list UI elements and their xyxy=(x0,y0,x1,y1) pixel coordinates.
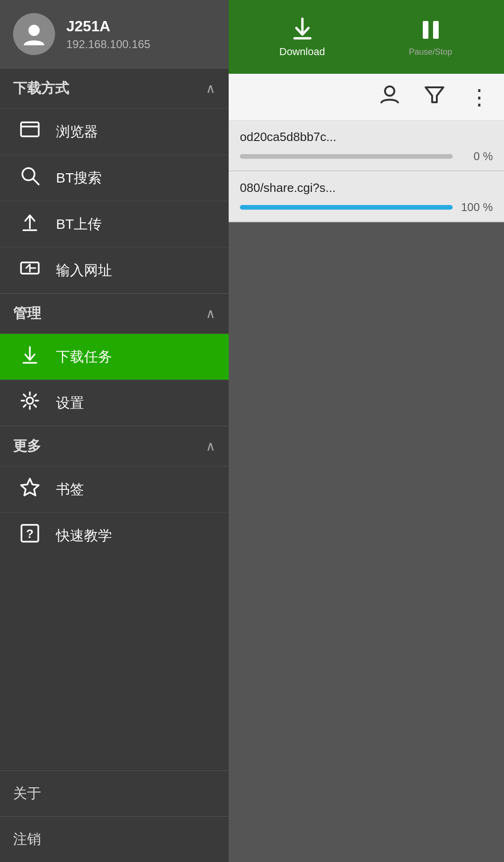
sidebar-item-about-label: 关于 xyxy=(13,785,41,801)
sidebar-item-logout[interactable]: 注销 xyxy=(0,816,229,862)
section-download-method[interactable]: 下载方式 ∧ xyxy=(0,68,229,108)
download-item-1-pct: 0 % xyxy=(460,150,493,163)
sidebar-item-browser[interactable]: 浏览器 xyxy=(0,108,229,155)
sidebar-item-input-url-label: 输入网址 xyxy=(56,261,112,280)
sidebar-item-browser-label: 浏览器 xyxy=(56,122,98,141)
section-download-method-chevron: ∧ xyxy=(206,81,216,96)
svg-point-3 xyxy=(385,86,394,96)
section-manage-chevron: ∧ xyxy=(206,306,216,321)
svg-point-14 xyxy=(27,397,33,404)
svg-rect-1 xyxy=(423,21,428,39)
sidebar-item-bt-search[interactable]: BT搜索 xyxy=(0,155,229,201)
upload-icon xyxy=(17,212,43,237)
svg-rect-2 xyxy=(433,21,439,39)
filter-icon[interactable] xyxy=(424,84,445,110)
svg-text:?: ? xyxy=(26,527,34,541)
download-item-1-name: od20ca5d8bb7c... xyxy=(240,130,493,144)
download-item-2-progress-fill xyxy=(240,205,453,210)
section-manage-title: 管理 xyxy=(13,304,41,323)
section-download-method-title: 下载方式 xyxy=(13,79,69,98)
svg-line-9 xyxy=(33,179,39,184)
svg-point-5 xyxy=(28,25,40,36)
sidebar-item-input-url[interactable]: 输入网址 xyxy=(0,247,229,293)
download-tab-label: Download xyxy=(280,46,325,58)
question-icon: ? xyxy=(17,523,43,548)
top-bar: Download Pause/Stop xyxy=(229,0,504,74)
section-more[interactable]: 更多 ∧ xyxy=(0,426,229,466)
sidebar-item-bt-upload[interactable]: BT上传 xyxy=(0,201,229,247)
download-item-2-name: 080/share.cgi?s... xyxy=(240,181,493,195)
sidebar-item-bt-search-label: BT搜索 xyxy=(56,169,102,188)
pause-tab-label: Pause/Stop xyxy=(409,47,452,57)
user-name: J251A xyxy=(66,18,150,35)
svg-marker-15 xyxy=(21,479,39,495)
toolbar: ⋮ xyxy=(229,74,504,120)
download-item-1[interactable]: od20ca5d8bb7c... 0 % xyxy=(229,120,504,171)
sidebar-item-tutorial[interactable]: ? 快速教学 xyxy=(0,512,229,558)
download-tab-button[interactable]: Download xyxy=(279,16,326,58)
svg-rect-6 xyxy=(21,122,39,136)
download-tab-icon xyxy=(290,16,315,43)
pause-tab-icon xyxy=(418,17,443,44)
avatar xyxy=(13,13,55,55)
download-item-2-progress-bg xyxy=(240,205,453,210)
download-task-icon xyxy=(17,344,43,369)
pause-tab-button[interactable]: Pause/Stop xyxy=(407,17,454,57)
download-item-1-progress-bg xyxy=(240,154,453,159)
download-item-2[interactable]: 080/share.cgi?s... 100 % xyxy=(229,171,504,222)
search-icon xyxy=(17,165,43,191)
sidebar-item-logout-label: 注销 xyxy=(13,831,41,847)
browser-icon xyxy=(17,119,43,144)
sidebar-item-bookmarks[interactable]: 书签 xyxy=(0,466,229,512)
sidebar-item-about[interactable]: 关于 xyxy=(0,770,229,816)
sidebar-item-settings[interactable]: 设置 xyxy=(0,380,229,426)
sidebar-item-settings-label: 设置 xyxy=(56,394,84,413)
settings-icon xyxy=(17,390,43,416)
user-info: J251A 192.168.100.165 xyxy=(66,18,150,51)
user-filter-icon[interactable] xyxy=(379,84,400,110)
download-list: od20ca5d8bb7c... 0 % 080/share.cgi?s... … xyxy=(229,120,504,222)
sidebar-item-bt-upload-label: BT上传 xyxy=(56,215,102,234)
user-ip: 192.168.100.165 xyxy=(66,38,150,51)
sidebar-drawer: J251A 192.168.100.165 下载方式 ∧ 浏览器 BT搜索 xyxy=(0,0,229,862)
sidebar-item-tutorial-label: 快速教学 xyxy=(56,526,112,545)
svg-marker-4 xyxy=(426,87,443,102)
sidebar-item-download-task-label: 下载任务 xyxy=(56,347,112,367)
section-more-chevron: ∧ xyxy=(206,438,216,454)
more-options-icon[interactable]: ⋮ xyxy=(469,86,490,108)
section-more-title: 更多 xyxy=(13,437,41,456)
sidebar-item-download-task[interactable]: 下载任务 xyxy=(0,333,229,380)
download-item-2-pct: 100 % xyxy=(460,201,493,214)
section-manage[interactable]: 管理 ∧ xyxy=(0,293,229,333)
sidebar-item-bookmarks-label: 书签 xyxy=(56,480,84,499)
user-header: J251A 192.168.100.165 xyxy=(0,0,229,68)
star-icon xyxy=(17,477,43,502)
input-url-icon xyxy=(17,258,43,283)
